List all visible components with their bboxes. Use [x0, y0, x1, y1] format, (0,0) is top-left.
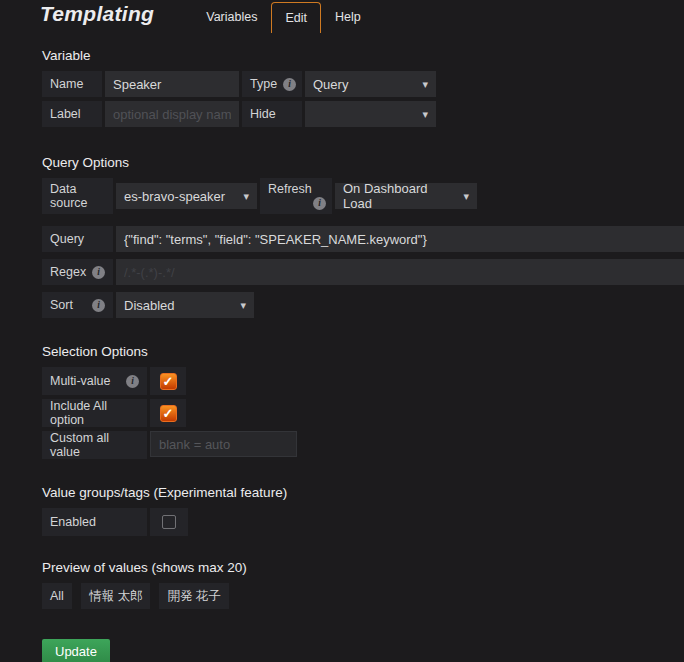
query-row: Query: [42, 226, 684, 252]
info-icon: i: [92, 299, 105, 312]
chevron-down-icon: ▾: [240, 299, 246, 312]
tab-bar: Variables Edit Help: [192, 2, 374, 33]
value-groups-heading: Value groups/tags (Experimental feature): [42, 485, 684, 500]
update-button[interactable]: Update: [42, 639, 110, 662]
preview-section: Preview of values (shows max 20) All 情報 …: [42, 560, 684, 609]
include-all-label: Include All option: [42, 399, 147, 427]
regex-row: Regex i: [42, 259, 684, 285]
custom-all-row: Custom all value: [42, 431, 684, 459]
datasource-row: Data source es-bravo-speaker ▾ Refresh i…: [42, 178, 684, 214]
multi-value-checkbox[interactable]: ✓: [150, 367, 186, 395]
preview-value-1[interactable]: 情報 太郎: [81, 583, 150, 609]
query-label: Query: [42, 226, 113, 252]
query-options-section: Query Options Data source es-bravo-speak…: [42, 155, 684, 318]
chevron-down-icon: ▾: [422, 78, 428, 91]
value-groups-section: Value groups/tags (Experimental feature)…: [42, 485, 684, 536]
tab-edit[interactable]: Edit: [271, 2, 321, 33]
variable-section: Variable Name Type i Query ▾ Label Hide …: [42, 48, 684, 127]
info-icon: i: [92, 266, 105, 279]
regex-label: Regex i: [42, 259, 113, 285]
page-title: Templating: [40, 2, 154, 26]
query-input[interactable]: [116, 226, 684, 252]
name-input[interactable]: [105, 71, 239, 97]
hide-label: Hide: [242, 101, 302, 127]
type-dropdown[interactable]: Query ▾: [305, 71, 436, 97]
checkbox-checked-icon: ✓: [160, 405, 177, 422]
selection-options-heading: Selection Options: [42, 344, 684, 359]
custom-all-input[interactable]: [150, 431, 297, 457]
sort-row: Sort i Disabled ▾: [42, 292, 684, 318]
multi-value-row: Multi-value i ✓: [42, 367, 684, 395]
info-icon: i: [313, 197, 326, 210]
label-input[interactable]: [105, 101, 239, 127]
chevron-down-icon: ▾: [422, 108, 428, 121]
checkbox-checked-icon: ✓: [160, 373, 177, 390]
custom-all-label: Custom all value: [42, 431, 147, 459]
variable-row-1: Name Type i Query ▾: [42, 71, 684, 97]
include-all-row: Include All option ✓: [42, 399, 684, 427]
refresh-dropdown[interactable]: On Dashboard Load ▾: [335, 183, 477, 209]
enabled-label: Enabled: [42, 508, 147, 536]
tab-variables[interactable]: Variables: [192, 2, 271, 33]
type-label: Type i: [242, 71, 302, 97]
hide-dropdown[interactable]: ▾: [305, 101, 436, 127]
label-label: Label: [42, 101, 102, 127]
chevron-down-icon: ▾: [243, 190, 249, 203]
name-label: Name: [42, 71, 102, 97]
checkbox-unchecked-icon: [162, 515, 176, 529]
variable-heading: Variable: [42, 48, 684, 63]
chevron-down-icon: ▾: [463, 190, 469, 203]
sort-label: Sort i: [42, 292, 113, 318]
query-options-heading: Query Options: [42, 155, 684, 170]
enabled-row: Enabled: [42, 508, 684, 536]
regex-input[interactable]: [116, 259, 684, 285]
enabled-checkbox[interactable]: [150, 508, 188, 536]
selection-options-section: Selection Options Multi-value i ✓ Includ…: [42, 344, 684, 459]
info-icon: i: [126, 375, 139, 388]
preview-value-2[interactable]: 開発 花子: [159, 583, 228, 609]
tab-help[interactable]: Help: [321, 2, 375, 33]
preview-heading: Preview of values (shows max 20): [42, 560, 684, 575]
templating-header: Templating Variables Edit Help: [0, 0, 684, 34]
datasource-dropdown[interactable]: es-bravo-speaker ▾: [116, 183, 257, 209]
variable-row-2: Label Hide ▾: [42, 101, 684, 127]
datasource-label: Data source: [42, 178, 113, 214]
preview-values: All 情報 太郎 開発 花子: [42, 583, 684, 609]
multi-value-label: Multi-value i: [42, 367, 147, 395]
info-icon: i: [283, 78, 296, 91]
preview-value-all[interactable]: All: [42, 583, 72, 609]
sort-dropdown[interactable]: Disabled ▾: [116, 292, 254, 318]
include-all-checkbox[interactable]: ✓: [150, 399, 186, 427]
refresh-label: Refresh i: [260, 178, 332, 214]
